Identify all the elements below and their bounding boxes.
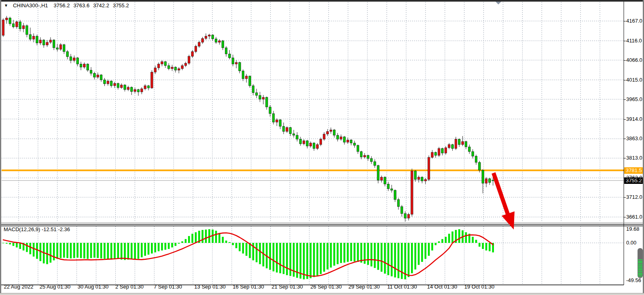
time-axis-label: 11 Oct 01:30: [387, 284, 417, 290]
price-axis-label: 3914.0: [626, 116, 642, 122]
price-axis-label: 3813.0: [626, 155, 642, 161]
time-axis-label: 25 Aug 01:30: [40, 284, 71, 290]
red-down-arrow-annotation: [494, 173, 515, 230]
macd-indicator-label: MACD(12,26,9) -12.51 -2.36: [4, 226, 70, 232]
price-axis-tick: [624, 197, 626, 198]
time-axis-label: 19 Oct 01:30: [464, 284, 494, 290]
time-axis-label: 21 Sep 01:30: [271, 284, 303, 290]
time-axis-label: 30 Aug 01:30: [78, 284, 109, 290]
scroll-indicator-stripes: [638, 259, 642, 276]
price-axis-label: 3762.0: [626, 175, 642, 181]
time-axis-label: 13 Sep 01:30: [194, 284, 225, 290]
orange-level-price-tag: 3781.5: [624, 167, 644, 174]
time-axis-label: 16 Sep 01:30: [233, 284, 264, 290]
chart-canvas[interactable]: [0, 0, 644, 295]
window-frame-left: [0, 0, 1, 295]
scroll-indicator[interactable]: [638, 248, 643, 278]
price-axis-label: 4116.0: [626, 38, 642, 44]
collapse-arrow-icon[interactable]: ▼: [4, 3, 8, 8]
time-axis-label: 14 Oct 01:30: [427, 284, 457, 290]
price-axis-tick: [624, 217, 626, 217]
price-axis-tick: [624, 80, 626, 80]
price-axis-tick: [624, 60, 626, 61]
price-axis-tick: [624, 139, 626, 139]
price-axis-label: 4167.0: [626, 18, 642, 24]
price-axis-tick: [624, 41, 626, 41]
price-axis-tick: [624, 99, 626, 100]
price-axis-tick: [624, 119, 626, 120]
time-axis-label: 26 Sep 01:30: [310, 284, 341, 290]
ohlc-readout: 3756.2 3763.6 3742.2 3755.2: [54, 2, 129, 8]
price-axis-tick: [624, 21, 626, 21]
window-frame-bottom: [0, 293, 644, 295]
time-axis-label: 29 Sep 01:30: [348, 284, 379, 290]
close-value: 3755.2: [113, 2, 129, 8]
window-frame-top: [0, 0, 644, 2]
scroll-position-marker-icon: [496, 2, 501, 4]
time-axis-label: 7 Sep 01:30: [154, 284, 182, 290]
price-axis-label: 4066.0: [626, 57, 642, 63]
open-value: 3756.2: [54, 2, 70, 8]
low-value: 3742.2: [93, 2, 109, 8]
price-axis-label: 4015.0: [626, 77, 642, 83]
macd-axis-label: -49.56: [626, 277, 641, 284]
symbol-timeframe-label: CHINA300-,H1: [13, 2, 48, 8]
time-axis-label: 22 Aug 2022: [4, 284, 33, 290]
time-axis-label: 2 Sep 01:30: [115, 284, 144, 290]
chart-window: ▼ CHINA300-,H1 3756.2 3763.6 3742.2 3755…: [0, 0, 644, 295]
price-axis-label: 3661.0: [626, 214, 642, 220]
price-axis-label: 3965.0: [626, 96, 642, 103]
high-value: 3763.6: [73, 2, 89, 8]
price-axis-label: 3863.0: [626, 135, 642, 142]
chart-header: ▼ CHINA300-,H1 3756.2 3763.6 3742.2 3755…: [4, 2, 129, 8]
macd-axis-label: 19.68: [626, 226, 640, 232]
macd-axis-label: 0.00: [626, 240, 636, 246]
price-axis-tick: [624, 158, 626, 158]
price-axis-label: 3712.0: [626, 194, 642, 200]
price-axis-tick: [624, 178, 626, 178]
